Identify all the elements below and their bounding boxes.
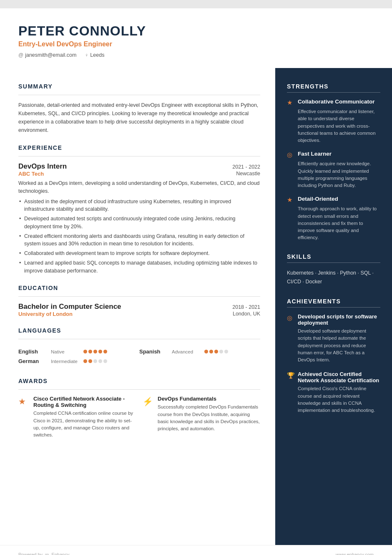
achievement-title: Developed scripts for software deploymen… — [298, 313, 380, 326]
strength-header: ★ Collaborative Communicator — [287, 98, 380, 106]
dot — [103, 350, 107, 353]
strength-title: Fast Learner — [298, 151, 332, 157]
summary-divider — [18, 95, 260, 95]
strength-header: ★ Detail-Oriented — [287, 196, 380, 204]
strength-header: ◎ Fast Learner — [287, 151, 380, 159]
job-bullets: Assisted in the deployment of cloud infr… — [18, 198, 260, 275]
email-value: janesmith@email.com — [25, 52, 76, 58]
bullet-item: Collaborated with development team to im… — [18, 250, 260, 257]
lang-level: Native — [51, 349, 80, 354]
strengths-title: STRENGTHS — [287, 83, 380, 90]
strengths-divider — [287, 92, 380, 93]
circle-icon: ◎ — [287, 151, 294, 159]
award-title: Cisco Certified Network Associate - Rout… — [33, 396, 136, 408]
award-item-devops: ⚡ DevOps Fundamentals Successfully compl… — [143, 396, 260, 439]
dot — [98, 359, 102, 363]
job-location: Newcastle — [236, 171, 260, 177]
star-icon: ★ — [287, 99, 294, 106]
dot — [83, 350, 87, 353]
achievement-item-scripts: ◎ Developed scripts for software deploym… — [287, 313, 380, 363]
language-item-english: English Native — [18, 348, 139, 355]
dot — [93, 350, 97, 353]
achievement-item-cisco: 🏆 Achieved Cisco Certified Network Assoc… — [287, 371, 380, 414]
achievements-title: ACHIEVEMENTS — [287, 298, 380, 305]
right-column: STRENGTHS ★ Collaborative Communicator E… — [275, 68, 392, 545]
achievement-desc: Developed software deployment scripts th… — [287, 328, 380, 363]
brand-name: Enhancv — [51, 552, 69, 555]
award-item-cisco: ★ Cisco Certified Network Associate - Ro… — [18, 396, 136, 439]
achievement-desc: Completed Cisco's CCNA online course and… — [287, 385, 380, 414]
dot — [209, 350, 213, 353]
footer: Powered by ∞ Enhancv www.enhancv.com — [0, 545, 392, 555]
dot — [93, 359, 97, 363]
achievements-section: ACHIEVEMENTS ◎ Developed scripts for sof… — [287, 298, 380, 414]
job-header: DevOps Intern 2021 - 2022 — [18, 162, 260, 171]
strength-title: Collaborative Communicator — [298, 98, 375, 105]
edu-date: 2018 - 2021 — [232, 304, 260, 310]
skills-divider — [287, 262, 380, 263]
dot — [83, 359, 87, 363]
lang-name: English — [18, 348, 48, 355]
awards-section: AWARDS ★ Cisco Certified Network Associa… — [18, 378, 260, 439]
lang-name: German — [18, 358, 48, 364]
achievement-title: Achieved Cisco Certified Network Associa… — [298, 371, 380, 383]
award-star-icon: ★ — [18, 396, 29, 439]
edu-school: University of London — [18, 311, 73, 317]
award-content: DevOps Fundamentals Successfully complet… — [158, 396, 260, 439]
bullet-item: Developed automated test scripts and con… — [18, 215, 260, 231]
star-icon: ★ — [287, 196, 294, 204]
dot — [204, 350, 208, 353]
language-item-german: German Intermediate — [18, 358, 139, 364]
achievements-divider — [287, 307, 380, 308]
awards-divider — [18, 389, 260, 390]
award-content: Cisco Certified Network Associate - Rout… — [33, 396, 136, 439]
location-icon: ♀ — [85, 52, 88, 58]
award-desc: Completed CCNA certification online cour… — [33, 410, 136, 439]
award-title: DevOps Fundamentals — [158, 396, 260, 402]
award-bolt-icon: ⚡ — [143, 396, 153, 439]
trophy-icon: 🏆 — [287, 372, 294, 379]
job-date: 2021 - 2022 — [232, 164, 260, 170]
candidate-name: PETER CONNOLLY — [18, 23, 377, 39]
brand-logo-icon: ∞ — [45, 551, 49, 555]
edu-location: London, UK — [233, 311, 260, 317]
location-value: Leeds — [90, 52, 104, 58]
dot — [88, 359, 92, 363]
dot — [219, 350, 223, 353]
lang-dots — [83, 359, 107, 363]
footer-url: www.enhancv.com — [336, 552, 374, 555]
footer-brand: Powered by ∞ Enhancv — [18, 551, 69, 555]
dot — [214, 350, 218, 353]
circle-icon: ◎ — [287, 314, 294, 322]
lang-name: Spanish — [139, 348, 168, 355]
lang-level: Advanced — [172, 349, 201, 354]
strength-desc: Efficiently acquire new knowledge. Quick… — [287, 160, 380, 189]
education-title: EDUCATION — [18, 285, 260, 291]
awards-title: AWARDS — [18, 378, 260, 384]
languages-section: LANGUAGES English Native — [18, 327, 260, 368]
powered-by-text: Powered by — [18, 552, 43, 555]
languages-divider — [18, 339, 260, 339]
achievement-header: 🏆 Achieved Cisco Certified Network Assoc… — [287, 371, 380, 383]
lang-dots — [83, 350, 107, 353]
strength-item-collaborative: ★ Collaborative Communicator Effective c… — [287, 98, 380, 144]
job-title: DevOps Intern — [18, 162, 67, 171]
edu-degree: Bachelor in Computer Science — [18, 303, 121, 311]
resume-header: PETER CONNOLLY Entry-Level DevOps Engine… — [0, 8, 392, 68]
dot — [103, 359, 107, 363]
language-item-spanish: Spanish Advanced — [139, 348, 260, 355]
job-item: DevOps Intern 2021 - 2022 ABC Tech Newca… — [18, 162, 260, 275]
edu-header: Bachelor in Computer Science 2018 - 2021 — [18, 303, 260, 311]
education-section: EDUCATION Bachelor in Computer Science 2… — [18, 285, 260, 317]
summary-text: Passionate, detail-oriented and motivate… — [18, 101, 260, 134]
email-icon: @ — [18, 52, 23, 58]
strength-title: Detail-Oriented — [298, 196, 338, 202]
job-company: ABC Tech — [18, 171, 44, 177]
bullet-item: Created efficient monitoring alerts and … — [18, 232, 260, 248]
strengths-section: STRENGTHS ★ Collaborative Communicator E… — [287, 83, 380, 242]
location-contact: ♀ Leeds — [85, 52, 104, 58]
dot — [88, 350, 92, 353]
lang-dots — [204, 350, 228, 353]
experience-section: EXPERIENCE DevOps Intern 2021 - 2022 ABC… — [18, 144, 260, 275]
experience-title: EXPERIENCE — [18, 144, 260, 151]
